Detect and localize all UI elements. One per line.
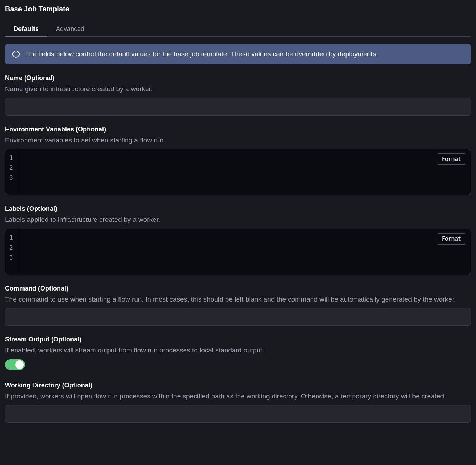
command-input[interactable] (5, 308, 471, 326)
tab-defaults[interactable]: Defaults (5, 22, 47, 36)
line-number: 3 (5, 252, 17, 262)
field-description-working-directory: If provided, workers will open flow run … (5, 391, 471, 402)
info-banner-text: The fields below control the default val… (25, 50, 378, 58)
tabs: Defaults Advanced (5, 22, 471, 37)
field-working-directory: Working Directory (Optional) If provided… (5, 382, 471, 423)
field-label-labels: Labels (Optional) (5, 205, 471, 213)
env-code-content[interactable] (17, 149, 471, 195)
stream-output-toggle[interactable] (5, 359, 25, 370)
working-directory-input[interactable] (5, 405, 471, 423)
field-description-command: The command to use when starting a flow … (5, 294, 471, 305)
field-stream-output: Stream Output (Optional) If enabled, wor… (5, 336, 471, 372)
format-button-labels[interactable]: Format (437, 233, 466, 245)
svg-point-2 (16, 52, 16, 53)
field-label-command: Command (Optional) (5, 285, 471, 292)
info-banner: The fields below control the default val… (5, 44, 471, 64)
labels-line-gutter: 1 2 3 (5, 229, 17, 275)
field-description-name: Name given to infrastructure created by … (5, 84, 471, 94)
field-env: Environment Variables (Optional) Environ… (5, 126, 471, 195)
line-number: 2 (5, 242, 17, 252)
line-number: 2 (5, 163, 17, 173)
line-number: 1 (5, 232, 17, 242)
field-description-env: Environment variables to set when starti… (5, 135, 471, 146)
tab-advanced[interactable]: Advanced (47, 22, 93, 36)
field-label-env: Environment Variables (Optional) (5, 126, 471, 133)
format-button-env[interactable]: Format (437, 153, 466, 165)
field-name: Name (Optional) Name given to infrastruc… (5, 74, 471, 116)
field-label-name: Name (Optional) (5, 74, 471, 82)
name-input[interactable] (5, 98, 471, 116)
field-labels: Labels (Optional) Labels applied to infr… (5, 205, 471, 275)
field-label-stream-output: Stream Output (Optional) (5, 336, 471, 343)
toggle-thumb (15, 360, 24, 369)
env-line-gutter: 1 2 3 (5, 149, 17, 195)
labels-code-editor[interactable]: 1 2 3 Format (5, 229, 471, 275)
labels-code-content[interactable] (17, 229, 471, 275)
field-label-working-directory: Working Directory (Optional) (5, 382, 471, 389)
field-description-labels: Labels applied to infrastructure created… (5, 215, 471, 225)
info-icon (12, 50, 20, 58)
page-title: Base Job Template (5, 5, 471, 13)
line-number: 3 (5, 173, 17, 183)
field-command: Command (Optional) The command to use wh… (5, 285, 471, 326)
line-number: 1 (5, 153, 17, 163)
field-description-stream-output: If enabled, workers will stream output f… (5, 345, 471, 356)
env-code-editor[interactable]: 1 2 3 Format (5, 149, 471, 195)
